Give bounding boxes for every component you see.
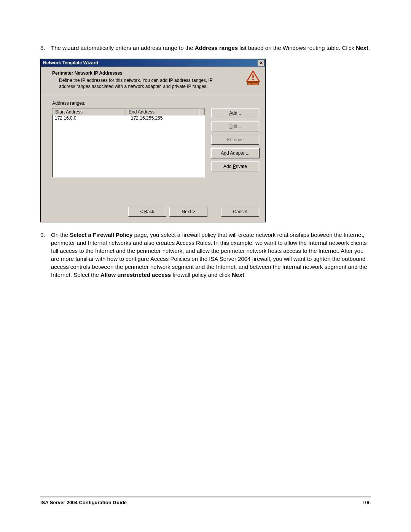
instruction-step-8: 8. The wizard automatically enters an ad… (40, 44, 371, 52)
instruction-list-2: 9. On the Select a Firewall Policy page,… (40, 231, 371, 279)
remove-button[interactable]: Remove (211, 135, 259, 145)
nav-gap (210, 207, 218, 217)
dialog-title: Network Template Wizard (43, 60, 98, 66)
footer-title: ISA Server 2004 Configuration Guide (40, 500, 127, 505)
add-adapter-button[interactable]: Add Adapter... (211, 148, 259, 158)
dialog-header-title: Perimeter Network IP Addresses (52, 70, 242, 76)
network-template-wizard-dialog: Network Template Wizard ✕ Perimeter Netw… (40, 59, 266, 222)
instruction-list: 8. The wizard automatically enters an ad… (40, 44, 371, 52)
step-text: On the Select a Firewall Policy page, yo… (51, 231, 371, 279)
step-number: 9. (40, 231, 51, 239)
add-button[interactable]: Add... (211, 108, 259, 118)
cancel-button[interactable]: Cancel (221, 207, 259, 217)
svg-point-2 (252, 79, 254, 80)
address-ranges-label: Address ranges: (52, 101, 259, 106)
close-icon: ✕ (260, 61, 263, 65)
cell-end-address: 172.16.255.255 (129, 115, 205, 121)
document-page: 8. The wizard automatically enters an ad… (0, 0, 411, 532)
step-number: 8. (40, 44, 51, 52)
svg-rect-3 (248, 82, 259, 85)
dialog-header-description: Define the IP addresses for this network… (59, 77, 223, 89)
instruction-step-9: 9. On the Select a Firewall Policy page,… (40, 231, 371, 279)
dialog-header: Perimeter Network IP Addresses Define th… (41, 67, 265, 95)
step-text: The wizard automatically enters an addre… (51, 44, 370, 52)
add-private-button[interactable]: Add Private (211, 161, 259, 171)
dialog-header-text: Perimeter Network IP Addresses Define th… (52, 70, 242, 89)
column-header-end[interactable]: End Address (126, 109, 199, 115)
warning-firewall-icon (245, 70, 261, 86)
list-rows: 172.16.0.0 172.16.255.255 (53, 115, 205, 121)
cell-start-address: 172.16.0.0 (53, 115, 129, 121)
dialog-titlebar[interactable]: Network Template Wizard ✕ (41, 59, 265, 67)
svg-rect-1 (252, 75, 253, 78)
page-footer: ISA Server 2004 Configuration Guide 106 (40, 497, 371, 505)
wizard-nav-buttons: < Back Next > Cancel (41, 202, 265, 222)
address-ranges-listbox[interactable]: Start Address End Address 172.16.0.0 172… (52, 108, 205, 177)
next-button[interactable]: Next > (169, 207, 207, 217)
dialog-body: Address ranges: Start Address End Addres… (41, 95, 265, 202)
edit-button[interactable]: Edit... (211, 121, 259, 131)
back-button[interactable]: < Back (128, 207, 166, 217)
column-header-start[interactable]: Start Address (53, 109, 126, 115)
spacer (52, 177, 259, 198)
dialog-wrapper: Network Template Wizard ✕ Perimeter Netw… (40, 59, 371, 222)
address-list-row: Start Address End Address 172.16.0.0 172… (52, 108, 259, 177)
close-button[interactable]: ✕ (258, 60, 264, 66)
list-item[interactable]: 172.16.0.0 172.16.255.255 (53, 115, 205, 121)
column-header-filler (199, 109, 205, 115)
page-number: 106 (362, 500, 371, 505)
side-buttons: Add... Edit... Remove Add Adapter... Add (211, 108, 259, 171)
list-headers: Start Address End Address (53, 109, 205, 115)
